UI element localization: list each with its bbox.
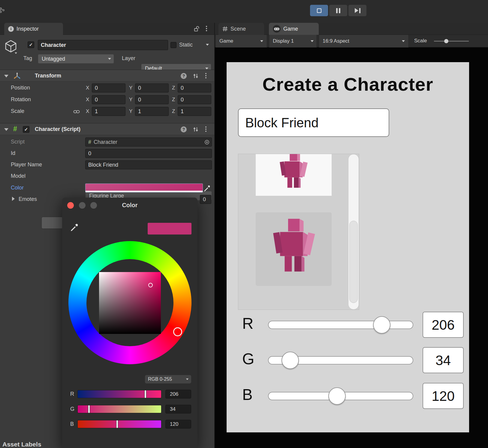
static-checkbox[interactable] (170, 42, 176, 48)
cw-b-track[interactable] (77, 420, 161, 428)
figurine-large (262, 216, 325, 280)
r-slider-handle[interactable] (373, 316, 390, 334)
tag-dropdown[interactable]: Untagged (38, 54, 114, 64)
play-button[interactable] (310, 5, 328, 16)
sv-square[interactable] (99, 272, 161, 334)
id-label: Id (11, 150, 15, 156)
character-name-input[interactable]: Block Friend (238, 108, 389, 137)
cw-g-value[interactable]: 34 (165, 405, 191, 413)
g-slider-label: G (242, 350, 254, 368)
position-z-field[interactable]: 0 (178, 83, 211, 92)
top-toolbar (0, 0, 488, 23)
b-slider-label: B (242, 386, 253, 404)
display-dropdown[interactable]: Display 1 (269, 35, 317, 47)
g-value-box[interactable]: 34 (423, 347, 464, 373)
lock-icon[interactable] (194, 26, 200, 32)
inspector-tab-label: Inspector (17, 26, 39, 32)
cw-r-value[interactable]: 206 (165, 390, 191, 398)
b-value-box[interactable]: 120 (423, 383, 464, 409)
step-icon (355, 8, 360, 13)
script-object-field[interactable]: # Character (85, 138, 212, 147)
transform-menu-icon[interactable] (205, 73, 206, 78)
script-menu-icon[interactable] (205, 126, 206, 132)
r-value-box[interactable]: 206 (423, 312, 464, 338)
id-field[interactable]: 0 (85, 149, 212, 158)
script-enabled-checkbox[interactable]: ✓ (23, 126, 29, 133)
tab-inspector[interactable]: i Inspector (4, 23, 63, 35)
model-list-scrollbar-thumb[interactable] (349, 221, 358, 303)
rotation-z-field[interactable]: 0 (178, 95, 211, 104)
emotes-count-field[interactable]: 0 (200, 195, 211, 204)
scale-slider-knob[interactable] (444, 39, 448, 43)
position-y-field[interactable]: 0 (135, 83, 169, 92)
hue-ring-selector[interactable] (173, 327, 182, 336)
static-label: Static (179, 42, 193, 48)
rotation-y-field[interactable]: 0 (135, 95, 169, 104)
inspector-menu-icon[interactable] (206, 26, 207, 31)
step-button[interactable] (348, 5, 366, 16)
emotes-foldout[interactable] (12, 197, 15, 201)
presets-icon[interactable] (193, 73, 199, 79)
b-slider-handle[interactable] (328, 387, 346, 405)
script-component-header[interactable]: # ✓ Character (Script) ? (0, 123, 215, 135)
rotation-x-field[interactable]: 0 (92, 95, 125, 104)
cw-g-handle[interactable] (88, 405, 90, 413)
model-list-item-large[interactable] (256, 212, 332, 286)
tab-game[interactable]: Game (269, 23, 319, 35)
r-slider-track[interactable] (268, 321, 413, 329)
scale-slider-label: Scale (414, 38, 427, 44)
help-icon[interactable]: ? (181, 126, 187, 132)
aspect-dropdown[interactable]: 16:9 Aspect (319, 35, 409, 47)
axis-x-label: X (86, 85, 89, 91)
partial-button[interactable] (41, 217, 63, 229)
pause-button[interactable] (329, 5, 347, 16)
axis-x-label: X (86, 108, 89, 114)
gamepad-icon (273, 25, 281, 33)
cw-r-handle[interactable] (144, 390, 146, 398)
position-x-field[interactable]: 0 (92, 83, 125, 92)
cw-r-track[interactable] (77, 390, 161, 398)
game-title: Create a Character (227, 74, 469, 95)
current-color-swatch[interactable] (148, 223, 191, 235)
color-window-titlebar[interactable]: Color (62, 198, 197, 213)
eyedropper-icon[interactable] (203, 184, 211, 192)
gameobject-active-checkbox[interactable]: ✓ (28, 41, 34, 48)
transform-foldout[interactable] (4, 75, 8, 77)
emotes-label: Emotes (19, 196, 37, 202)
script-foldout[interactable] (4, 128, 8, 131)
presets-icon[interactable] (193, 126, 199, 132)
color-swatch-field[interactable] (85, 183, 203, 192)
sv-selector[interactable] (148, 283, 153, 287)
cw-b-value[interactable]: 120 (165, 420, 191, 428)
cw-g-track[interactable] (77, 405, 161, 413)
static-dropdown-caret[interactable] (206, 44, 209, 46)
model-list-scrollbar-track[interactable] (348, 154, 359, 310)
model-list-item-small[interactable] (256, 154, 332, 196)
help-icon[interactable]: ? (181, 73, 187, 79)
player-name-field[interactable]: Block Friend (85, 160, 212, 169)
link-icon[interactable] (73, 109, 80, 115)
game-view-dropdown[interactable]: Game (215, 35, 267, 47)
cw-b-handle[interactable] (116, 420, 118, 428)
icon-picker-caret[interactable] (15, 53, 17, 54)
axis-z-label: Z (172, 97, 175, 103)
scale-y-field[interactable]: 1 (135, 107, 169, 116)
transform-header[interactable]: Transform ? (0, 70, 215, 82)
tag-label: Tag (23, 55, 32, 62)
axis-z-label: Z (172, 108, 175, 114)
axis-x-label: X (86, 97, 89, 103)
transform-icon (13, 72, 21, 80)
gameobject-name-field[interactable]: Character (38, 40, 168, 50)
g-slider-handle[interactable] (282, 352, 299, 369)
color-mode-dropdown[interactable]: RGB 0-255 (145, 375, 191, 383)
model-label: Model (11, 173, 26, 179)
scale-x-field[interactable]: 1 (92, 107, 125, 116)
game-canvas: Create a Character Block Friend (227, 62, 469, 432)
scale-slider-track[interactable] (434, 41, 469, 41)
eyedropper-tool-icon[interactable] (70, 222, 80, 232)
scale-z-field[interactable]: 1 (178, 107, 211, 116)
gameobject-cube-icon[interactable] (4, 39, 18, 53)
version-control-icon[interactable] (0, 7, 5, 13)
object-picker-icon[interactable] (205, 140, 209, 144)
tab-scene[interactable]: Scene (218, 23, 264, 35)
